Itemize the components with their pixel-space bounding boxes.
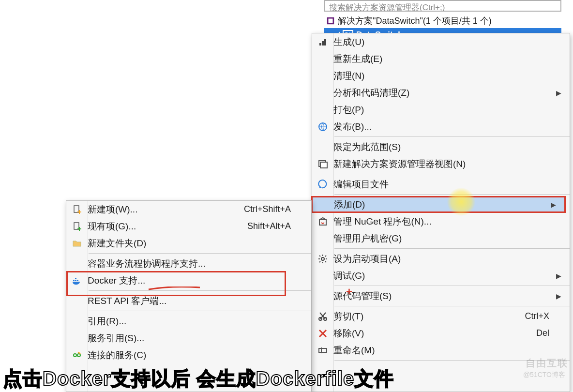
submenu-arrow-icon: ▶ — [551, 201, 557, 209]
remove-icon — [312, 329, 333, 338]
connected-icon — [66, 350, 88, 360]
menu-item-label: 移除(V) — [333, 327, 536, 340]
menu-item-remove[interactable]: 移除(V)Del — [312, 325, 570, 342]
svg-marker-8 — [319, 185, 322, 188]
submenu-item-existing-item[interactable]: 现有项(G)...Shift+Alt+A — [66, 218, 311, 235]
video-caption: 点击Docker支持以后 会生成Dockerfile文件 — [3, 365, 394, 392]
menu-item-pack[interactable]: 打包(P) — [312, 101, 570, 118]
submenu-arrow-icon: ▶ — [556, 89, 562, 97]
menu-separator — [89, 253, 311, 254]
gear-icon — [312, 254, 333, 264]
submenu-item-docker[interactable]: Docker 支持... — [66, 272, 311, 289]
menu-item-analyze[interactable]: 分析和代码清理(Z)▶ — [312, 84, 570, 101]
menu-item-shortcut: Del — [536, 328, 549, 338]
menu-item-label: 重新生成(E) — [333, 53, 553, 65]
menu-item-add[interactable]: 添加(D)▶ — [311, 196, 566, 213]
menu-item-nuget[interactable]: 管理 NuGet 程序包(N)... — [312, 213, 570, 230]
menu-item-edit-proj[interactable]: 编辑项目文件 — [312, 176, 570, 193]
svg-rect-36 — [75, 278, 76, 279]
menu-item-source-control[interactable]: 源代码管理(S)▶ — [312, 287, 570, 304]
submenu-item-rest-api[interactable]: REST API 客户端... — [66, 292, 311, 309]
menu-item-label: 现有项(G)... — [88, 220, 247, 233]
submenu-arrow-icon: ▶ — [556, 272, 562, 280]
menu-item-label: 源代码管理(S) — [333, 290, 553, 302]
menu-item-shortcut: Ctrl+X — [525, 311, 549, 321]
svg-line-16 — [325, 261, 326, 262]
menu-item-label: 新建解决方案资源管理器视图(N) — [333, 158, 553, 170]
solution-title: 解决方案"DataSwitch"(1 个项目/共 1 个) — [338, 15, 492, 27]
menu-item-label: 添加(D) — [334, 198, 548, 211]
docker-icon — [66, 276, 88, 286]
submenu-arrow-icon: ▶ — [556, 292, 562, 300]
svg-rect-7 — [320, 162, 327, 168]
svg-line-15 — [319, 256, 320, 256]
menu-item-label: Docker 支持... — [88, 274, 295, 287]
menu-item-label: 限定为此范围(S) — [333, 141, 553, 153]
menu-item-new-sln-view[interactable]: 新建解决方案资源管理器视图(N) — [312, 155, 570, 172]
menu-separator — [89, 311, 311, 311]
project-context-menu: 生成(U)重新生成(E)清理(N)分析和代码清理(Z)▶打包(P)发布(B)..… — [312, 33, 570, 392]
menu-item-label: 清理(N) — [333, 70, 553, 82]
menu-item-label: 容器业务流程协调程序支持... — [88, 257, 295, 270]
menu-separator — [89, 290, 311, 291]
menu-item-label: 引用(R)... — [88, 315, 295, 328]
svg-rect-35 — [77, 280, 78, 281]
menu-item-label: REST API 客户端... — [88, 295, 295, 307]
menu-separator — [334, 286, 570, 286]
menu-item-label: 分析和代码清理(Z) — [333, 87, 553, 99]
submenu-item-service-ref[interactable]: 服务引用(S)... — [66, 330, 311, 347]
menu-item-label: 调试(G) — [333, 270, 553, 282]
menu-separator — [334, 136, 570, 137]
menu-item-rename[interactable]: 重命名(M) — [312, 342, 570, 359]
submenu-item-connected-svc[interactable]: 连接的服务(C) — [66, 347, 311, 363]
menu-item-label: 服务引用(S)... — [88, 332, 295, 345]
menu-item-label: 连接的服务(C) — [88, 349, 295, 362]
menu-item-label: 剪切(T) — [333, 310, 525, 323]
menu-item-scope[interactable]: 限定为此范围(S) — [312, 138, 570, 155]
svg-line-18 — [319, 261, 320, 262]
svg-rect-30 — [74, 223, 79, 229]
build-icon — [312, 37, 333, 47]
menu-item-label: 新建文件夹(D) — [88, 237, 295, 250]
svg-rect-33 — [73, 280, 75, 281]
svg-rect-3 — [322, 41, 324, 45]
menu-item-cut[interactable]: 剪切(T)Ctrl+X — [312, 308, 570, 325]
publish-icon — [312, 122, 333, 132]
svg-point-10 — [321, 257, 324, 260]
menu-item-label: 管理用户机密(G) — [333, 232, 553, 245]
menu-item-startup[interactable]: 设为启动项目(A) — [312, 250, 570, 267]
submenu-item-new-item[interactable]: 新建项(W)...Ctrl+Shift+A — [66, 201, 311, 218]
menu-item-shortcut: Ctrl+Shift+A — [244, 204, 291, 214]
menu-item-label: 打包(P) — [333, 104, 553, 116]
cut-icon — [312, 312, 333, 321]
menu-item-label: 新建项(W)... — [88, 203, 244, 216]
svg-rect-27 — [74, 206, 79, 212]
submenu-item-orchestrator[interactable]: 容器业务流程协调程序支持... — [66, 255, 311, 272]
edit-icon — [312, 180, 333, 189]
menu-item-build[interactable]: 生成(U) — [312, 33, 570, 50]
nuget-icon — [312, 217, 333, 226]
svg-rect-2 — [319, 43, 321, 45]
svg-point-38 — [77, 354, 80, 357]
menu-item-secrets[interactable]: 管理用户机密(G) — [312, 230, 570, 247]
solution-search-input[interactable]: 搜索解决方案资源管理器(Ctrl+;) — [324, 0, 561, 12]
menu-item-label: 设为启动项目(A) — [333, 253, 553, 265]
menu-item-clean[interactable]: 清理(N) — [312, 67, 570, 84]
menu-item-label: 重命名(M) — [333, 344, 553, 357]
svg-line-17 — [325, 256, 326, 256]
menu-item-label: 生成(U) — [333, 36, 553, 48]
folder-icon — [66, 239, 88, 248]
menu-item-publish[interactable]: 发布(B)... — [312, 118, 570, 135]
menu-item-shortcut: Shift+Alt+A — [247, 221, 291, 231]
menu-separator — [334, 174, 570, 174]
new-view-icon — [312, 159, 333, 169]
menu-item-rebuild[interactable]: 重新生成(E) — [312, 50, 570, 67]
new-item-icon — [66, 205, 88, 214]
menu-item-debug[interactable]: 调试(G)▶ — [312, 267, 570, 284]
svg-rect-25 — [319, 348, 327, 352]
svg-point-37 — [74, 354, 76, 357]
menu-separator — [334, 306, 570, 306]
submenu-item-reference[interactable]: 引用(R)... — [66, 313, 311, 330]
solution-node[interactable]: 解决方案"DataSwitch"(1 个项目/共 1 个) — [324, 14, 561, 28]
submenu-item-new-folder[interactable]: 新建文件夹(D) — [66, 235, 311, 252]
